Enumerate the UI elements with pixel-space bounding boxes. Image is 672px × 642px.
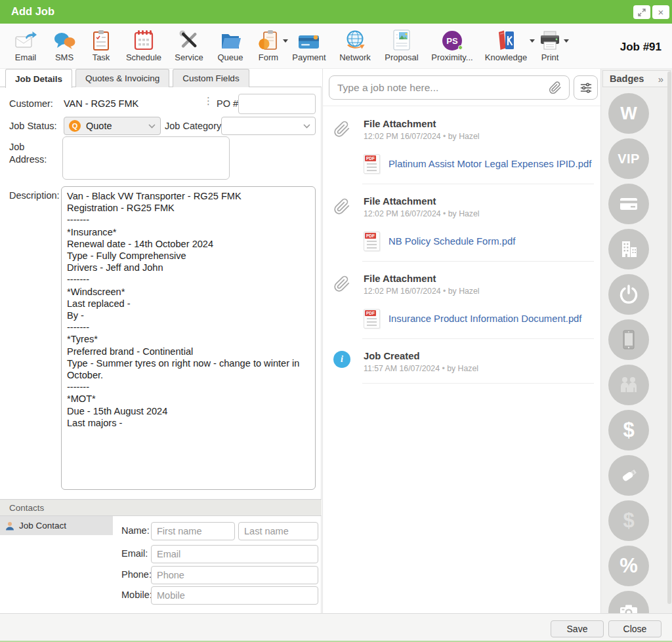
entry-title: File Attachment <box>364 273 594 284</box>
attachment-link[interactable]: Platinum Assist Motor Legal Expenses IPI… <box>388 159 591 169</box>
footer-bar: Save Close <box>0 613 672 642</box>
people-badge[interactable] <box>608 365 649 405</box>
people-icon <box>617 374 640 396</box>
contact-phone-label: Phone: <box>121 569 152 580</box>
attach-file-icon[interactable] <box>549 81 562 95</box>
dialog-title: Add Job <box>11 5 54 18</box>
toolbar-service-label: Service <box>175 52 203 62</box>
entry-timestamp: 12:02 PM 16/07/2024 <box>364 209 441 218</box>
building-badge[interactable] <box>608 229 649 270</box>
badges-collapse-icon[interactable]: » <box>658 73 663 85</box>
entry-timestamp: 12:02 PM 16/07/2024 <box>364 287 441 296</box>
add-job-dialog: Add Job × Email SMS Task Schedule <box>0 0 672 642</box>
attachment-link[interactable]: NB Policy Schedule Form.pdf <box>388 236 515 247</box>
print-dropdown-caret-icon[interactable] <box>564 39 569 43</box>
toolbar-sms-button[interactable]: SMS <box>50 28 79 62</box>
toolbar-task-button[interactable]: Task <box>87 28 116 62</box>
mobile-badge[interactable] <box>608 319 649 360</box>
customer-label: Customer: <box>9 98 53 109</box>
toolbar-proximity-label: Proximity... <box>431 52 472 62</box>
toolbar-network-button[interactable]: Network <box>336 28 374 62</box>
usb-badge[interactable] <box>608 455 649 496</box>
contacts-header: Contacts <box>0 499 322 516</box>
badges-scrollbar[interactable] <box>667 71 671 608</box>
tab-job-details[interactable]: Job Details <box>5 69 72 88</box>
job-status-label: Job Status: <box>9 121 57 131</box>
toolbar-payment-button[interactable]: Payment <box>290 28 328 62</box>
expand-button[interactable] <box>633 5 650 19</box>
tab-custom-fields[interactable]: Custom Fields <box>173 69 249 87</box>
contact-phone-input[interactable] <box>151 566 318 584</box>
w-badge[interactable]: W <box>608 93 649 134</box>
toolbar-schedule-button[interactable]: Schedule <box>123 28 164 62</box>
po-label: PO # <box>217 98 238 109</box>
entry-author: by Hazel <box>441 209 480 218</box>
credit-card-badge[interactable] <box>608 184 649 224</box>
usb-drive-icon <box>617 464 640 487</box>
power-badge[interactable] <box>608 274 649 315</box>
po-input[interactable] <box>238 94 316 114</box>
activity-entry-attachment-1: File Attachment 12:02 PM 16/07/2024by Ha… <box>329 107 594 184</box>
description-textarea[interactable]: Van - Black VW Transporter - RG25 FMK Re… <box>61 186 316 490</box>
entry-author: by Hazel <box>440 364 478 373</box>
chevron-down-icon <box>148 124 156 129</box>
dollar-badge[interactable]: $ <box>608 410 649 451</box>
print-icon <box>539 28 561 50</box>
job-address-textarea[interactable] <box>62 136 230 180</box>
toolbar-print-label: Print <box>541 52 559 62</box>
filter-sliders-icon <box>579 81 593 94</box>
info-icon: i <box>333 351 350 368</box>
toolbar-proposal-label: Proposal <box>385 52 418 62</box>
entry-title: File Attachment <box>364 196 594 207</box>
badges-header: Badges » <box>602 70 671 87</box>
camera-badge[interactable] <box>608 591 649 613</box>
toolbar-form-button[interactable]: Form <box>255 28 282 62</box>
close-button[interactable]: × <box>652 5 669 19</box>
contact-mobile-input[interactable] <box>151 586 318 605</box>
knowledge-icon <box>496 28 516 50</box>
form-dropdown-caret-icon[interactable] <box>283 39 288 43</box>
note-filter-button[interactable] <box>574 75 598 100</box>
badges-list: W VIP $ $ % <box>601 87 672 613</box>
contact-list-item-job-contact[interactable]: Job Contact <box>0 516 113 535</box>
toolbar-service-button[interactable]: Service <box>172 28 206 62</box>
entry-title: Job Created <box>364 351 594 361</box>
expand-icon <box>638 9 646 16</box>
last-name-input[interactable] <box>238 522 318 540</box>
toolbar-proposal-button[interactable]: Proposal <box>382 28 421 62</box>
toolbar: Email SMS Task Schedule Service Queue <box>0 24 672 69</box>
vip-badge[interactable]: VIP <box>608 138 649 179</box>
queue-icon <box>219 28 242 50</box>
customer-value[interactable]: VAN - RG25 FMK <box>64 98 138 109</box>
toolbar-queue-button[interactable]: Queue <box>214 28 247 62</box>
toolbar-email-button[interactable]: Email <box>9 28 42 62</box>
tab-quotes-invoicing[interactable]: Quotes & Invoicing <box>75 69 169 87</box>
job-category-select[interactable] <box>221 117 316 135</box>
job-status-select[interactable]: Q Quote <box>64 117 161 135</box>
close-footer-button[interactable]: Close <box>608 620 662 637</box>
activity-entry-attachment-2: File Attachment 12:02 PM 16/07/2024by Ha… <box>329 184 594 262</box>
email-icon <box>14 28 37 50</box>
toolbar-proximity-button[interactable]: PS Proximity... <box>429 28 475 62</box>
task-icon <box>91 28 111 50</box>
job-note-input[interactable] <box>329 75 570 100</box>
contact-email-input[interactable] <box>151 545 318 563</box>
toolbar-payment-label: Payment <box>292 52 326 62</box>
percent-badge[interactable]: % <box>608 546 649 586</box>
form-icon <box>258 28 279 50</box>
service-icon <box>178 28 200 50</box>
contacts-list: Job Contact <box>0 516 113 613</box>
customer-options-kebab-icon[interactable]: ⋮ <box>203 95 213 107</box>
knowledge-dropdown-caret-icon[interactable] <box>530 39 535 43</box>
badges-title: Badges <box>610 73 658 84</box>
toolbar-print-button[interactable]: Print <box>537 28 563 62</box>
dollar-faded-badge[interactable]: $ <box>608 500 649 541</box>
first-name-input[interactable] <box>151 522 235 540</box>
toolbar-knowledge-button[interactable]: Knowledge <box>483 28 529 62</box>
contact-name-label: Name: <box>121 525 150 536</box>
building-icon <box>617 237 640 261</box>
save-button[interactable]: Save <box>551 620 604 637</box>
toolbar-sms-label: SMS <box>55 52 74 62</box>
attachment-link[interactable]: Insurance Product Information Document.p… <box>388 313 581 324</box>
contact-mobile-label: Mobile: <box>121 590 152 600</box>
